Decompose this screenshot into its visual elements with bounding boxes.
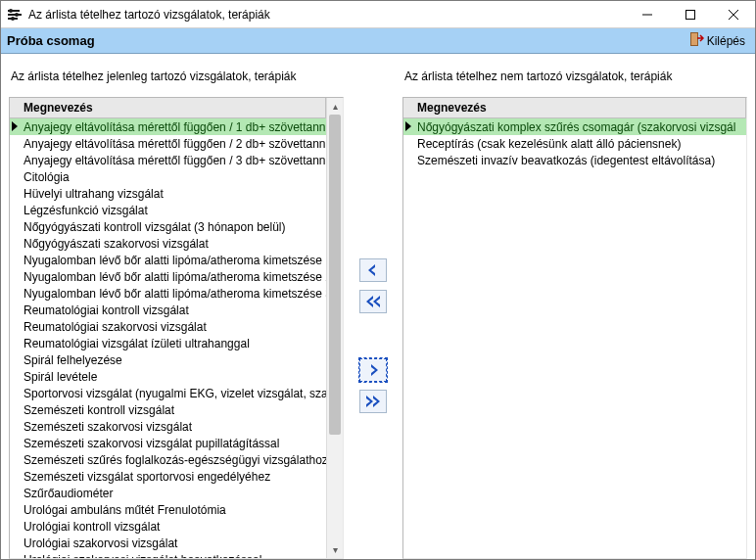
toolbar: Próba csomag Kilépés [1, 28, 755, 54]
list-item[interactable]: Spirál felhelyezése [10, 351, 326, 368]
list-item[interactable]: Nőgyógyászati komplex szűrés csomagár (s… [403, 118, 746, 135]
left-list-wrap: Megnevezés Anyajegy eltávolítása mérettő… [9, 97, 344, 559]
svg-rect-8 [691, 33, 697, 45]
list-item[interactable]: Urológiai szakorvosi vizsgálat beavatkoz… [10, 551, 326, 558]
list-item-label: Szemészeti kontroll vizsgálat [24, 403, 174, 417]
list-item[interactable]: Citológia [10, 168, 326, 185]
list-item[interactable]: Hüvelyi ultrahang vizsgálat [10, 185, 326, 202]
svg-point-3 [9, 9, 13, 13]
list-item[interactable]: Urológiai kontroll vizsgálat [10, 518, 326, 535]
list-item-label: Urológai ambuláns műtét Frenulotómia [24, 503, 226, 517]
list-item-label: Nyugalomban lévő bőr alatti lipóma/ather… [24, 287, 326, 301]
scroll-thumb[interactable] [329, 115, 341, 435]
list-item-label: Nőgyógyászati kontroll vizsgálat (3 hóna… [24, 220, 286, 234]
scroll-up-button[interactable]: ▴ [327, 98, 343, 115]
svg-rect-6 [686, 10, 695, 19]
list-item-label: Anyajegy eltávolítása mérettől függően /… [24, 137, 326, 151]
move-all-left-button[interactable] [359, 290, 387, 313]
list-item[interactable]: Urológai ambuláns műtét Frenulotómia [10, 501, 326, 518]
right-list[interactable]: Megnevezés Nőgyógyászati komplex szűrés … [403, 98, 746, 558]
window-title: Az árlista tételhez tartozó vizsgálatok,… [28, 8, 626, 22]
left-list-header[interactable]: Megnevezés [10, 98, 326, 118]
close-button[interactable] [712, 1, 755, 27]
door-icon [688, 31, 704, 50]
list-item-label: Citológia [24, 170, 70, 184]
caret-icon [405, 121, 411, 131]
list-item-label: Szemészeti szakorvosi vizsgálat pupillat… [24, 437, 279, 450]
right-list-header[interactable]: Megnevezés [403, 98, 746, 118]
caret-icon [12, 121, 18, 131]
list-item[interactable]: Szemészeti invazív beavatkozás (idegente… [403, 152, 746, 168]
double-chevron-left-icon [365, 295, 381, 308]
exit-button[interactable]: Kilépés [685, 29, 749, 52]
list-item[interactable]: Nőgyógyászati szakorvosi vizsgálat [10, 235, 326, 252]
list-item[interactable]: Urológiai szakorvosi vizsgálat [10, 535, 326, 551]
list-item[interactable]: Reumatológiai vizsgálat ízületi ultrahan… [10, 335, 326, 351]
transfer-buttons [352, 54, 395, 559]
list-item[interactable]: Nyugalomban lévő bőr alatti lipóma/ather… [10, 252, 326, 268]
move-right-button[interactable] [359, 358, 387, 382]
svg-point-4 [15, 13, 19, 17]
right-panel-caption: Az árlista tételhez nem tartozó vizsgála… [402, 64, 747, 97]
list-item[interactable]: Spirál levétele [10, 368, 326, 385]
list-item[interactable]: Nyugalomban lévő bőr alatti lipóma/ather… [10, 268, 326, 285]
minimize-button[interactable] [626, 1, 669, 27]
list-item-label: Nyugalomban lévő bőr alatti lipóma/ather… [24, 254, 326, 267]
scroll-track[interactable] [327, 115, 343, 541]
move-left-button[interactable] [359, 258, 387, 282]
list-item[interactable]: Nőgyógyászati kontroll vizsgálat (3 hóna… [10, 218, 326, 235]
chevron-left-icon [365, 263, 381, 277]
list-item[interactable]: Szemészeti szakorvosi vizsgálat pupillat… [10, 435, 326, 451]
right-rows: Nőgyógyászati komplex szűrés csomagár (s… [403, 118, 746, 168]
list-item-label: Urológiai kontroll vizsgálat [24, 520, 160, 534]
list-item[interactable]: Reumatológiai szakorvosi vizsgálat [10, 318, 326, 335]
main-area: Az árlista tételhez jelenleg tartozó viz… [1, 54, 755, 559]
list-item[interactable]: Szemészeti vizsgálat sportorvosi engedél… [10, 468, 326, 485]
list-item-label: Urológiai szakorvosi vizsgálat beavatkoz… [24, 553, 261, 558]
window-buttons [626, 1, 755, 27]
list-item-label: Nőgyógyászati komplex szűrés csomagár (s… [417, 120, 735, 134]
right-panel: Az árlista tételhez nem tartozó vizsgála… [395, 54, 755, 559]
list-item[interactable]: Anyajegy eltávolítása mérettől függően /… [10, 152, 326, 168]
list-item-label: Szemészeti szűrés foglalkozás-egészségüg… [24, 453, 326, 467]
list-item-label: Spirál levétele [24, 370, 97, 384]
list-item-label: Nőgyógyászati szakorvosi vizsgálat [24, 237, 209, 251]
right-list-wrap: Megnevezés Nőgyógyászati komplex szűrés … [402, 97, 747, 559]
scroll-down-button[interactable]: ▾ [327, 541, 343, 558]
list-item[interactable]: Reumatológiai kontroll vizsgálat [10, 302, 326, 318]
list-item-label: Reumatológiai szakorvosi vizsgálat [24, 320, 207, 334]
list-item-label: Spirál felhelyezése [24, 353, 122, 367]
list-item-label: Anyajegy eltávolítása mérettől függően /… [24, 120, 326, 134]
list-item-label: Reumatológiai kontroll vizsgálat [24, 303, 189, 317]
list-item-label: Szemészeti vizsgálat sportorvosi engedél… [24, 470, 270, 484]
list-item[interactable]: Szűrőaudiométer [10, 485, 326, 501]
list-item[interactable]: Sportorvosi vizsgálat (nyugalmi EKG, viz… [10, 385, 326, 401]
left-panel-caption: Az árlista tételhez jelenleg tartozó viz… [9, 64, 344, 97]
left-scrollbar[interactable]: ▴ ▾ [326, 98, 343, 558]
move-all-right-button[interactable] [359, 390, 387, 413]
list-item[interactable]: Légzésfunkció vizsgálat [10, 202, 326, 218]
list-item[interactable]: Receptírás (csak kezelésünk alatt álló p… [403, 135, 746, 152]
list-item-label: Szemészeti szakorvosi vizsgálat [24, 420, 192, 434]
list-item-label: Reumatológiai vizsgálat ízületi ultrahan… [24, 337, 250, 350]
left-list[interactable]: Megnevezés Anyajegy eltávolítása mérettő… [10, 98, 326, 558]
list-item-label: Szemészeti invazív beavatkozás (idegente… [417, 154, 715, 167]
list-item-label: Hüvelyi ultrahang vizsgálat [24, 187, 164, 201]
left-rows: Anyajegy eltávolítása mérettől függően /… [10, 118, 326, 558]
titlebar[interactable]: Az árlista tételhez tartozó vizsgálatok,… [1, 1, 755, 28]
app-icon [7, 7, 23, 23]
exit-button-label: Kilépés [707, 34, 745, 48]
list-item[interactable]: Szemészeti szakorvosi vizsgálat [10, 418, 326, 435]
double-chevron-right-icon [365, 395, 381, 408]
package-label: Próba csomag [7, 33, 685, 48]
list-item-label: Receptírás (csak kezelésünk alatt álló p… [417, 137, 681, 151]
list-item-label: Légzésfunkció vizsgálat [24, 204, 148, 217]
list-item[interactable]: Anyajegy eltávolítása mérettől függően /… [10, 135, 326, 152]
list-item[interactable]: Szemészeti szűrés foglalkozás-egészségüg… [10, 451, 326, 468]
maximize-button[interactable] [669, 1, 712, 27]
svg-point-5 [11, 17, 15, 21]
list-item[interactable]: Szemészeti kontroll vizsgálat [10, 401, 326, 418]
list-item[interactable]: Nyugalomban lévő bőr alatti lipóma/ather… [10, 285, 326, 302]
list-item-label: Nyugalomban lévő bőr alatti lipóma/ather… [24, 270, 326, 284]
list-item[interactable]: Anyajegy eltávolítása mérettől függően /… [10, 118, 326, 135]
